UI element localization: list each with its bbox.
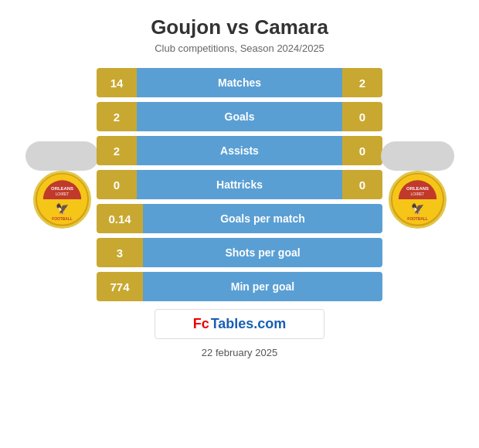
stat-right-assists: 0	[342, 136, 382, 165]
svg-text:ORLEANS: ORLEANS	[51, 186, 73, 191]
right-team-crest: ORLEANS LOIRET 🦅 FOOTBALL	[389, 171, 447, 229]
stat-label-gpm: Goals per match	[143, 204, 382, 233]
svg-text:LOIRET: LOIRET	[55, 192, 69, 196]
stat-label-matches: Matches	[137, 68, 342, 97]
stat-label-goals: Goals	[137, 102, 342, 131]
right-pill	[381, 141, 454, 171]
match-date: 22 february 2025	[202, 347, 277, 358]
stat-right-matches: 2	[342, 68, 382, 97]
fctables-logo-box[interactable]: Fc Tables.com	[155, 309, 324, 339]
svg-text:🦅: 🦅	[56, 202, 70, 216]
match-subtitle: Club competitions, Season 2024/2025	[155, 42, 324, 54]
stat-label-assists: Assists	[137, 136, 342, 165]
left-team-crest: ORLEANS LOIRET 🦅 FOOTBALL	[33, 171, 91, 229]
svg-text:🦅: 🦅	[411, 202, 425, 216]
fctables-name-text: Tables.com	[211, 316, 287, 332]
team-logo-left: ORLEANS LOIRET 🦅 FOOTBALL	[27, 141, 97, 229]
stat-row-hattricks: 0 Hattricks 0	[97, 170, 382, 199]
stat-label-spg: Shots per goal	[143, 238, 382, 267]
stat-row-goals-per-match: 0.14 Goals per match	[97, 204, 382, 233]
svg-text:LOIRET: LOIRET	[410, 192, 424, 196]
stat-row-assists: 2 Assists 0	[97, 136, 382, 165]
svg-text:FOOTBALL: FOOTBALL	[407, 217, 428, 221]
stat-right-goals: 0	[342, 102, 382, 131]
stat-left-matches: 14	[97, 68, 137, 97]
stat-left-hattricks: 0	[97, 170, 137, 199]
svg-text:FOOTBALL: FOOTBALL	[52, 217, 73, 221]
fctables-fc-text: Fc	[193, 316, 209, 332]
stat-left-assists: 2	[97, 136, 137, 165]
stat-label-hattricks: Hattricks	[137, 170, 342, 199]
stats-container: 14 Matches 2 2 Goals 0 2 Assists 0 0 Hat…	[97, 68, 382, 301]
stat-label-mpg: Min per goal	[143, 272, 382, 301]
stat-left-spg: 3	[97, 238, 143, 267]
stat-left-gpm: 0.14	[97, 204, 143, 233]
stat-row-goals: 2 Goals 0	[97, 102, 382, 131]
stat-row-matches: 14 Matches 2	[97, 68, 382, 97]
stat-left-goals: 2	[97, 102, 137, 131]
match-title: Goujon vs Camara	[151, 15, 328, 39]
svg-text:ORLEANS: ORLEANS	[406, 186, 429, 191]
stat-right-hattricks: 0	[342, 170, 382, 199]
team-logo-right: ORLEANS LOIRET 🦅 FOOTBALL	[382, 141, 452, 229]
stat-left-mpg: 774	[97, 272, 143, 301]
stat-row-shots-per-goal: 3 Shots per goal	[97, 238, 382, 267]
stat-row-min-per-goal: 774 Min per goal	[97, 272, 382, 301]
left-pill	[25, 141, 99, 171]
stats-section: ORLEANS LOIRET 🦅 FOOTBALL 14 Matches 2 2	[8, 68, 471, 301]
